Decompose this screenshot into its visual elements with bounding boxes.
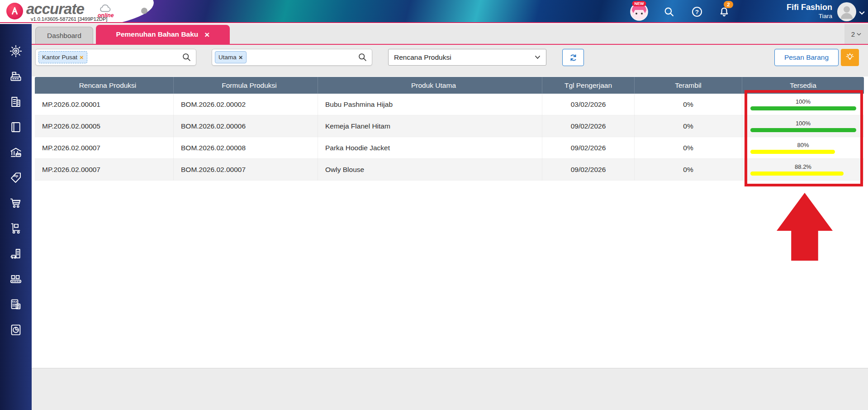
- tersedia-progress-bar: [750, 128, 856, 132]
- cell-rencana: MP.2026.02.00007: [35, 159, 173, 180]
- sidebar-item-assets[interactable]: [9, 247, 23, 261]
- tab-overflow-dropdown[interactable]: 2: [844, 24, 868, 44]
- brand-wordmark: accurate: [26, 0, 84, 18]
- tersedia-percent-label: 88.2%: [795, 164, 811, 170]
- column-header-terambil[interactable]: Terambil: [634, 77, 742, 94]
- view-mode-value: Rencana Produksi: [394, 53, 451, 62]
- table-row[interactable]: MP.2026.02.00007 BOM.2026.02.00007 Owly …: [35, 159, 864, 181]
- tersedia-progress-bar: [750, 172, 844, 176]
- sidebar-item-purchases[interactable]: [9, 196, 23, 210]
- sidebar-item-sales[interactable]: Rp: [9, 171, 23, 185]
- column-header-tersedia[interactable]: Tersedia: [742, 77, 864, 94]
- cell-formula: BOM.2026.02.00006: [173, 115, 318, 137]
- table-row[interactable]: MP.2026.02.00001 BOM.2026.02.00002 Bubu …: [35, 94, 864, 115]
- sidebar-item-banking[interactable]: [9, 146, 23, 159]
- search-icon[interactable]: [358, 52, 367, 62]
- cell-produk: Kemeja Flanel Hitam: [318, 115, 542, 137]
- filter-toolbar: Kantor Pusat × Utama × Rencana Produksi: [32, 44, 868, 76]
- cell-terambil: 0%: [634, 137, 742, 158]
- table-row[interactable]: MP.2026.02.00007 BOM.2026.02.00008 Parka…: [35, 137, 864, 159]
- cell-rencana: MP.2026.02.00001: [35, 94, 173, 115]
- book-icon: [9, 120, 23, 134]
- cell-produk: Parka Hoodie Jacket: [318, 137, 542, 158]
- svg-text:Rp: Rp: [14, 174, 18, 178]
- column-header-produk-utama[interactable]: Produk Utama: [318, 77, 542, 94]
- sidebar-item-journal[interactable]: [9, 120, 23, 134]
- chevron-down-icon: [857, 33, 861, 36]
- branch-chip-label: Kantor Pusat: [42, 54, 77, 61]
- svg-text:?: ?: [695, 9, 699, 15]
- price-tag-rp-icon: Rp: [9, 171, 23, 185]
- cell-formula: BOM.2026.02.00007: [173, 159, 318, 180]
- tab-overflow-count: 2: [851, 30, 855, 38]
- sidebar-item-tax[interactable]: TAX: [9, 298, 23, 311]
- notification-count-badge: 2: [724, 1, 733, 8]
- tab-close-icon[interactable]: ×: [204, 30, 209, 39]
- cell-tersedia: 80%: [742, 137, 864, 158]
- cell-tersedia: 100%: [742, 115, 864, 137]
- tax-document-icon: TAX: [9, 298, 23, 311]
- view-mode-select[interactable]: Rencana Produksi: [388, 49, 546, 66]
- tab-bar: Dashboard Pemenuhan Bahan Baku × 2: [32, 24, 868, 44]
- tersedia-progress-track: [750, 128, 856, 132]
- warehouse-filter-chip[interactable]: Utama ×: [215, 51, 247, 63]
- column-header-rencana-produksi[interactable]: Rencana Produksi: [35, 77, 173, 94]
- cell-terambil: 0%: [634, 94, 742, 115]
- decorative-dot: [141, 8, 147, 14]
- tab-dashboard[interactable]: Dashboard: [35, 27, 93, 44]
- chip-remove-icon[interactable]: ×: [239, 54, 243, 61]
- refresh-button[interactable]: [562, 49, 584, 66]
- user-menu-chevron-icon[interactable]: [859, 9, 865, 14]
- cell-formula: BOM.2026.02.00002: [173, 94, 318, 115]
- tab-pemenuhan-bahan-baku[interactable]: Pemenuhan Bahan Baku ×: [96, 25, 230, 44]
- module-sidebar: Rp: [0, 24, 32, 410]
- refresh-icon: [569, 53, 578, 62]
- search-icon[interactable]: [663, 6, 675, 18]
- chip-remove-icon[interactable]: ×: [80, 54, 84, 61]
- tersedia-percent-label: 100%: [796, 99, 811, 105]
- user-identity: Fifi Fashion Tiara: [746, 2, 832, 20]
- cell-tersedia: 88.2%: [742, 159, 864, 180]
- pemenuhan-table: Rencana Produksi Formula Produksi Produk…: [35, 77, 864, 181]
- sidebar-item-manufacturing[interactable]: [9, 272, 23, 286]
- version-text: v1.0.1#3605-587261 [3499P12DP]: [31, 16, 107, 22]
- tersedia-progress-track: [750, 106, 856, 110]
- cell-tgl: 09/02/2026: [542, 115, 634, 137]
- sidebar-item-company[interactable]: [9, 95, 23, 109]
- help-icon[interactable]: ?: [691, 6, 703, 18]
- branch-filter-chip[interactable]: Kantor Pusat ×: [38, 51, 87, 63]
- sidebar-item-settings[interactable]: [9, 44, 23, 58]
- table-header-row: Rencana Produksi Formula Produksi Produk…: [35, 77, 864, 94]
- user-name: Tiara: [746, 12, 832, 20]
- tips-button[interactable]: [841, 49, 859, 66]
- cell-produk: Owly Blouse: [318, 159, 542, 180]
- tersedia-progress-track: [750, 172, 856, 176]
- bank-card-icon: [9, 146, 23, 159]
- footer-strip: [32, 368, 868, 410]
- pie-chart-document-icon: [9, 323, 23, 337]
- branch-filter-input[interactable]: Kantor Pusat ×: [35, 49, 196, 66]
- warehouse-filter-input[interactable]: Utama ×: [212, 49, 372, 66]
- column-header-formula-produksi[interactable]: Formula Produksi: [173, 77, 318, 94]
- search-icon[interactable]: [182, 52, 191, 62]
- user-avatar[interactable]: [837, 2, 856, 21]
- tersedia-percent-label: 80%: [797, 142, 809, 148]
- tersedia-progress-track: [750, 150, 856, 154]
- cell-rencana: MP.2026.02.00005: [35, 115, 173, 137]
- cell-produk: Bubu Pashmina Hijab: [318, 94, 542, 115]
- accurate-logo-icon[interactable]: [6, 3, 23, 19]
- sidebar-item-reports[interactable]: [9, 323, 23, 337]
- new-badge: NEW: [632, 1, 646, 6]
- tersedia-progress-bar: [750, 150, 835, 154]
- whats-new-avatar[interactable]: NEW: [630, 3, 648, 21]
- tab-dashboard-label: Dashboard: [47, 32, 81, 40]
- cell-tgl: 09/02/2026: [542, 159, 634, 180]
- table-row[interactable]: MP.2026.02.00005 BOM.2026.02.00006 Kemej…: [35, 115, 864, 137]
- column-header-tgl-pengerjaan[interactable]: Tgl Pengerjaan: [542, 77, 634, 94]
- pesan-barang-button[interactable]: Pesan Barang: [774, 49, 839, 66]
- main-content: Rencana Produksi Formula Produksi Produk…: [32, 76, 868, 368]
- gear-icon: [9, 44, 23, 58]
- sidebar-item-cash-register[interactable]: [9, 70, 23, 83]
- hand-truck-icon: [9, 222, 23, 235]
- sidebar-item-inventory[interactable]: [9, 222, 23, 235]
